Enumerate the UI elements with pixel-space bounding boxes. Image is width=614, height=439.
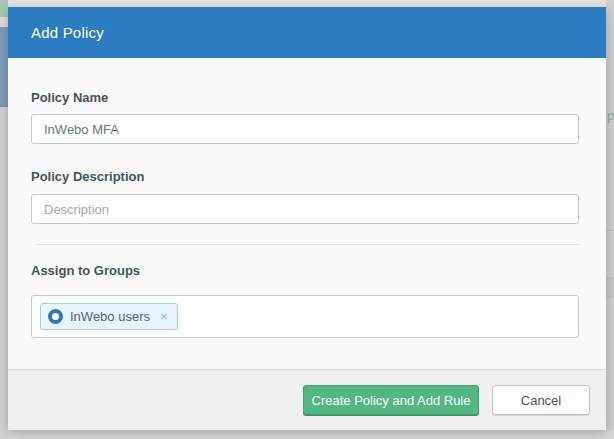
policy-description-input[interactable] [31, 194, 579, 224]
backdrop-top-strip [8, 0, 614, 7]
backdrop-gap-fragment [0, 17, 8, 27]
backdrop-green-fragment [0, 0, 8, 17]
group-chip[interactable]: InWebo users × [40, 303, 178, 330]
policy-description-label: Policy Description [31, 169, 144, 184]
section-divider [35, 244, 579, 245]
assign-groups-label: Assign to Groups [31, 263, 140, 278]
group-chip-label: InWebo users [70, 309, 150, 324]
dialog-title: Add Policy [31, 24, 104, 41]
backdrop-row-fragment [606, 277, 614, 298]
groups-multiselect-input[interactable]: InWebo users × [31, 295, 579, 338]
backdrop-bottom-strip [8, 430, 614, 439]
policy-name-input[interactable] [31, 114, 579, 144]
cancel-button[interactable]: Cancel [492, 385, 590, 415]
backdrop-left-strip [0, 0, 8, 439]
backdrop-blue-fragment [0, 27, 8, 107]
dialog-footer: Create Policy and Add Rule Cancel [8, 369, 606, 430]
backdrop-clipped-text: pp [607, 108, 614, 123]
create-policy-button[interactable]: Create Policy and Add Rule [303, 385, 479, 415]
policy-name-label: Policy Name [31, 90, 108, 105]
backdrop-right-strip: pp [606, 0, 614, 439]
group-donut-icon [48, 309, 63, 324]
dialog-header: Add Policy [8, 7, 606, 58]
backdrop-table-line [606, 230, 614, 231]
dialog-body: Policy Name Policy Description Assign to… [8, 58, 606, 369]
chip-remove-icon[interactable]: × [160, 310, 168, 323]
add-policy-dialog: Add Policy Policy Name Policy Descriptio… [8, 7, 606, 430]
